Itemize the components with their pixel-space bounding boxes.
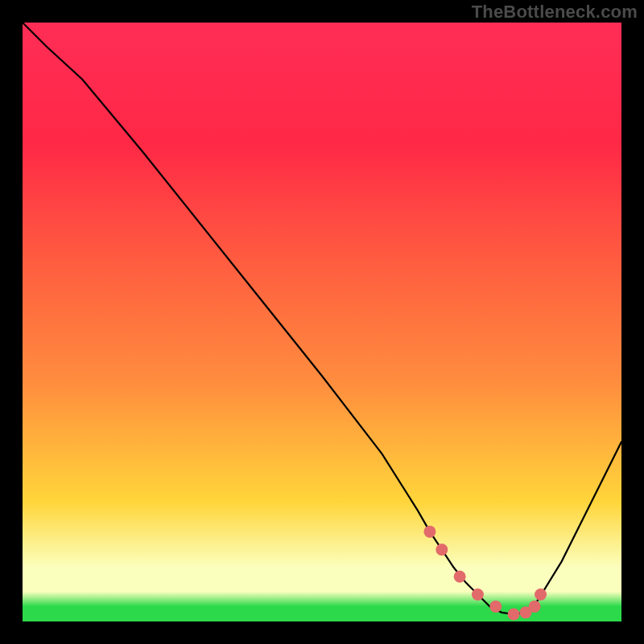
- highlight-dot: [472, 588, 484, 601]
- highlight-dot: [508, 609, 520, 621]
- watermark-text: TheBottleneck.com: [472, 2, 638, 23]
- highlight-dot: [436, 543, 448, 555]
- chart-svg: [23, 23, 621, 621]
- plot-area: [23, 23, 621, 621]
- highlight-dot: [535, 588, 547, 601]
- highlight-dot: [529, 601, 541, 613]
- highlight-dot: [489, 601, 502, 613]
- gradient-background: [23, 23, 621, 621]
- highlight-dot: [423, 526, 436, 538]
- highlight-dot: [454, 571, 466, 583]
- chart-frame: TheBottleneck.com: [0, 0, 644, 644]
